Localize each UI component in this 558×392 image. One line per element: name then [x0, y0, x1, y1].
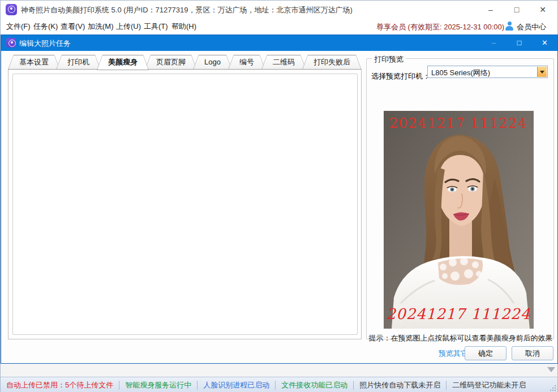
tab-printer[interactable]: 打印机 [56, 55, 101, 70]
printer-combo-value: L805 Series(网络) [431, 68, 490, 78]
statusbar: 自动上传已禁用：5个待上传文件 智能瘦身服务运行中 人脸识别进程已启动 文件接收… [1, 377, 557, 392]
membership-status: 尊享会员 (有效期至: 2025-12-31 00:00) [376, 22, 504, 32]
app-logo-icon [6, 4, 17, 15]
dialog-maximize-button[interactable]: □ [507, 35, 532, 51]
bottom-strip [1, 364, 557, 377]
tab-beauty-slim[interactable]: 美颜瘦身 [97, 55, 149, 70]
print-preview-group: 打印预览 选择预览打印机： L805 Series(网络) [366, 58, 554, 339]
member-person-icon [505, 21, 513, 31]
dialog-minimize-button[interactable]: – [481, 35, 507, 51]
timestamp-bottom: 20241217 111224 [387, 305, 531, 322]
edit-photo-task-dialog: 编辑大照片任务 – □ ✕ 基本设置 打印机 美颜瘦身 页眉页脚 Logo 编号… [1, 35, 558, 364]
tab-print-failed[interactable]: 打印失败后 [302, 55, 362, 70]
printer-combo[interactable]: L805 Series(网络) [427, 66, 548, 78]
beauty-settings-group [12, 74, 358, 335]
menu-view[interactable]: 查看(V) [61, 21, 85, 32]
menu-file[interactable]: 文件(F) [6, 21, 31, 32]
status-quick-download: 照片快传自动下载未开启 [354, 380, 446, 390]
resize-grip[interactable] [550, 385, 556, 391]
menu-reprint[interactable]: 加洗(M) [88, 21, 114, 32]
tab-number[interactable]: 编号 [228, 55, 265, 70]
status-file-receive: 文件接收功能已启动 [276, 380, 353, 390]
dialog-close-button[interactable]: ✕ [532, 35, 557, 51]
dialog-logo-icon [6, 38, 16, 48]
status-slim-service: 智能瘦身服务运行中 [119, 380, 197, 390]
main-maximize-button[interactable]: □ [504, 1, 530, 19]
print-preview-caption: 打印预览 [372, 54, 406, 64]
printer-select-label: 选择预览打印机： [371, 71, 430, 81]
ok-button[interactable]: 确定 [465, 346, 507, 360]
preview-hint: 提示：在预览图上点按鼠标可以查看美颜瘦身前后的效果 [367, 333, 555, 343]
timestamp-top: 20241217 111224 [389, 115, 527, 131]
dialog-titlebar: 编辑大照片任务 – □ ✕ [1, 35, 557, 51]
status-qrcode-register: 二维码登记功能未开启 [447, 380, 531, 390]
menu-help[interactable]: 帮助(H) [171, 21, 196, 32]
down-arrow-icon[interactable] [547, 367, 555, 372]
main-close-button[interactable]: ✕ [530, 1, 556, 19]
tab-strip: 基本设置 打印机 美颜瘦身 页眉页脚 Logo 编号 二维码 打印失败后 [8, 55, 358, 70]
combo-dropdown-icon[interactable] [537, 67, 547, 77]
menu-upload[interactable]: 上传(U) [116, 21, 141, 32]
tab-header-footer[interactable]: 页眉页脚 [145, 55, 197, 70]
member-center-link[interactable]: 会员中心 [517, 22, 546, 32]
menu-task[interactable]: 任务(K) [33, 21, 58, 32]
tab-logo[interactable]: Logo [193, 55, 232, 70]
cancel-button[interactable]: 取消 [512, 346, 553, 360]
menu-tools[interactable]: 工具(T) [144, 21, 168, 32]
menubar: 文件(F) 任务(K) 查看(V) 加洗(M) 上传(U) 工具(T) 帮助(H… [1, 19, 557, 35]
main-window: 神奇照片自动美颜打印系统 5.0 (用户ID：71277319，景区：万达广场，… [0, 0, 558, 392]
dialog-title: 编辑大照片任务 [19, 38, 71, 49]
preview-photo[interactable]: 20241217 111224 20241217 111224 [384, 111, 534, 329]
status-face-recognition: 人脸识别进程已启动 [198, 380, 275, 390]
tab-qrcode[interactable]: 二维码 [261, 55, 306, 70]
status-upload-disabled: 自动上传已禁用：5个待上传文件 [1, 380, 119, 390]
tab-basic-settings[interactable]: 基本设置 [8, 55, 60, 70]
main-window-title: 神奇照片自动美颜打印系统 5.0 (用户ID：71277319，景区：万达广场，… [21, 5, 353, 15]
main-minimize-button[interactable]: – [478, 1, 504, 19]
main-titlebar: 神奇照片自动美颜打印系统 5.0 (用户ID：71277319，景区：万达广场，… [1, 1, 557, 19]
